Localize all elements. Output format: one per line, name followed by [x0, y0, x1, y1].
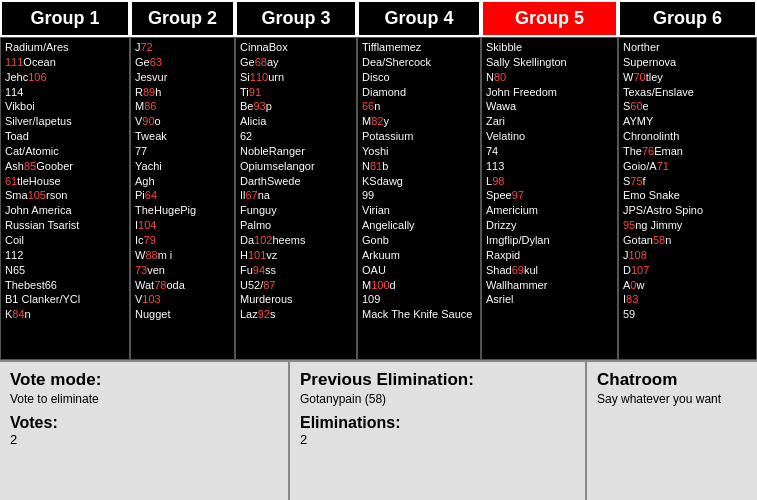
list-item: Jesvur	[135, 70, 230, 85]
list-item: Sally Skellington	[486, 55, 613, 70]
group6-col: Norther Supernova W70tley Texas/Enslave …	[618, 37, 757, 360]
list-item: V90o	[135, 114, 230, 129]
list-item: John Freedom	[486, 85, 613, 100]
list-item: Angelically	[362, 218, 476, 233]
list-item: Be93p	[240, 99, 352, 114]
list-item: M82y	[362, 114, 476, 129]
list-item: Silver/Iapetus	[5, 114, 125, 129]
list-item: U52/87	[240, 278, 352, 293]
list-item: R89h	[135, 85, 230, 100]
list-item: Ti91	[240, 85, 352, 100]
list-item: Jehc106	[5, 70, 125, 85]
list-item: NobleRanger	[240, 144, 352, 159]
list-item: N65	[5, 263, 125, 278]
group2-col: J72 Ge63 Jesvur R89h M86 V90o Tweak 77 Y…	[130, 37, 235, 360]
list-item: Asriel	[486, 292, 613, 307]
list-item: N81b	[362, 159, 476, 174]
list-item: Zari	[486, 114, 613, 129]
list-item: Arkuum	[362, 248, 476, 263]
list-item: Laz92s	[240, 307, 352, 322]
list-item: 73ven	[135, 263, 230, 278]
list-item: W88m i	[135, 248, 230, 263]
list-item: 113	[486, 159, 613, 174]
vote-panel: Vote mode: Vote to eliminate Votes: 2	[0, 362, 290, 500]
list-item: Norther	[623, 40, 752, 55]
list-item: Supernova	[623, 55, 752, 70]
list-item: Coil	[5, 233, 125, 248]
list-item: I104	[135, 218, 230, 233]
list-item: Americium	[486, 203, 613, 218]
list-item: DarthSwede	[240, 174, 352, 189]
list-item: Raxpid	[486, 248, 613, 263]
chatroom-sub: Say whatever you want	[597, 392, 747, 406]
list-item: 66n	[362, 99, 476, 114]
list-item: Wat78oda	[135, 278, 230, 293]
list-item: I83	[623, 292, 752, 307]
list-item: S60e	[623, 99, 752, 114]
list-item: Palmo	[240, 218, 352, 233]
list-item: Ge68ay	[240, 55, 352, 70]
list-item: 112	[5, 248, 125, 263]
header-group1: Group 1	[0, 0, 130, 37]
list-item: D107	[623, 263, 752, 278]
eliminations-value: 2	[300, 432, 575, 447]
list-item: Agh	[135, 174, 230, 189]
list-item: Vikboi	[5, 99, 125, 114]
group1-col: Radium/Ares 111Ocean Jehc106 114 Vikboi …	[0, 37, 130, 360]
list-item: Gonb	[362, 233, 476, 248]
list-item: 95ng Jimmy	[623, 218, 752, 233]
list-item: N80	[486, 70, 613, 85]
vote-mode-label: Vote mode:	[10, 370, 278, 390]
list-item: H101vz	[240, 248, 352, 263]
list-item: Gotan58n	[623, 233, 752, 248]
main-container: Group 1 Group 2 Group 3 Group 4 Group 5 …	[0, 0, 757, 500]
list-item: Ash85Goober	[5, 159, 125, 174]
list-item: Tifflamemez	[362, 40, 476, 55]
list-item: 114	[5, 85, 125, 100]
header-group3: Group 3	[235, 0, 357, 37]
list-item: 61tleHouse	[5, 174, 125, 189]
header-group5: Group 5	[481, 0, 618, 37]
list-item: Il67na	[240, 188, 352, 203]
list-item: Tweak	[135, 129, 230, 144]
header-row: Group 1 Group 2 Group 3 Group 4 Group 5 …	[0, 0, 757, 37]
list-item: Thebest66	[5, 278, 125, 293]
list-item: Nugget	[135, 307, 230, 322]
prev-elim-label: Previous Elimination:	[300, 370, 575, 390]
group4-col: Tifflamemez Dea/Shercock Disco Diamond 6…	[357, 37, 481, 360]
eliminations-label: Eliminations:	[300, 414, 575, 432]
group5-col: Skibble Sally Skellington N80 John Freed…	[481, 37, 618, 360]
header-group6: Group 6	[618, 0, 757, 37]
chatroom-label: Chatroom	[597, 370, 747, 390]
header-group4: Group 4	[357, 0, 481, 37]
elimination-panel: Previous Elimination: Gotanypain (58) El…	[290, 362, 587, 500]
list-item: 99	[362, 188, 476, 203]
groups-row: Radium/Ares 111Ocean Jehc106 114 Vikboi …	[0, 37, 757, 360]
list-item: 59	[623, 307, 752, 322]
list-item: JPS/Astro Spino	[623, 203, 752, 218]
list-item: Cat/Atomic	[5, 144, 125, 159]
votes-label: Votes:	[10, 414, 278, 432]
list-item: Velatino	[486, 129, 613, 144]
list-item: CinnaBox	[240, 40, 352, 55]
list-item: Emo Snake	[623, 188, 752, 203]
prev-elim-value: Gotanypain (58)	[300, 392, 575, 406]
list-item: Diamond	[362, 85, 476, 100]
list-item: Ge63	[135, 55, 230, 70]
list-item: Yachi	[135, 159, 230, 174]
list-item: M86	[135, 99, 230, 114]
chatroom-panel: Chatroom Say whatever you want	[587, 362, 757, 500]
list-item: 77	[135, 144, 230, 159]
list-item: K84n	[5, 307, 125, 322]
list-item: Spee97	[486, 188, 613, 203]
list-item: Wawa	[486, 99, 613, 114]
list-item: Imgflip/Dylan	[486, 233, 613, 248]
list-item: 111Ocean	[5, 55, 125, 70]
list-item: Fu94ss	[240, 263, 352, 278]
bottom-section: Vote mode: Vote to eliminate Votes: 2 Pr…	[0, 360, 757, 500]
list-item: Si110urn	[240, 70, 352, 85]
list-item: KSdawg	[362, 174, 476, 189]
list-item: M100d	[362, 278, 476, 293]
list-item: J72	[135, 40, 230, 55]
list-item: Chronolinth	[623, 129, 752, 144]
